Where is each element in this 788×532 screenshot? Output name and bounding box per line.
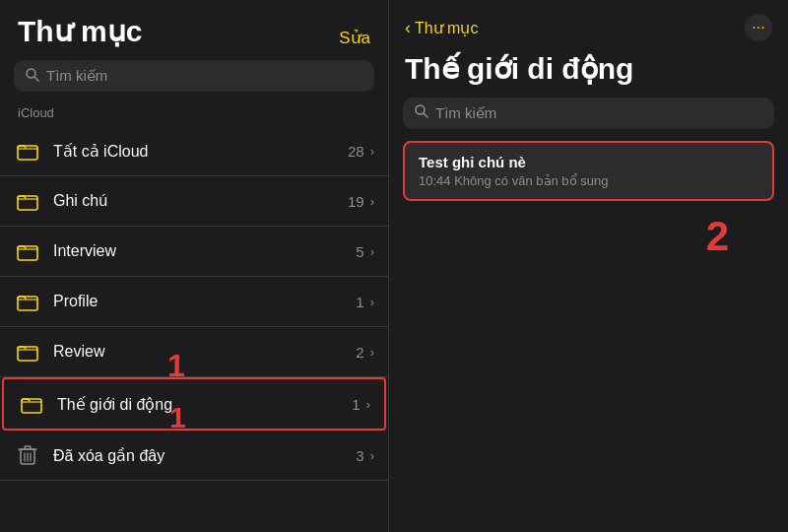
folder-item-da-xoa[interactable]: Đã xóa gần đây 3 › <box>0 431 388 481</box>
folder-item-review[interactable]: Review 2 › 1 <box>0 327 388 377</box>
chevron-icon: › <box>370 194 374 209</box>
chevron-icon: › <box>370 144 374 159</box>
note-card[interactable]: Test ghi chú nè 10:44 Không có văn bản b… <box>403 141 774 201</box>
folder-name: Tất cả iCloud <box>53 142 348 161</box>
back-label: Thư mục <box>415 19 478 37</box>
folder-count: 3 <box>356 447 363 464</box>
chevron-icon: › <box>370 345 374 360</box>
folder-item-interview[interactable]: Interview 5 › <box>0 227 388 277</box>
folder-item-tat-ca[interactable]: Tất cả iCloud 28 › <box>0 126 388 176</box>
left-title: Thư mục <box>18 14 142 48</box>
folder-icon <box>14 288 41 315</box>
search-icon <box>26 68 39 85</box>
right-header: ‹ Thư mục ··· <box>389 0 788 47</box>
folder-name: Thế giới di động <box>57 395 352 414</box>
more-button[interactable]: ··· <box>745 14 772 41</box>
folder-list: Tất cả iCloud 28 › Ghi chú 19 › Intervie… <box>0 126 388 532</box>
right-title: Thế giới di động <box>389 47 788 94</box>
folder-icon <box>18 390 45 418</box>
folder-count: 5 <box>356 243 363 260</box>
note-subtitle: Không có văn bản bổ sung <box>454 173 608 188</box>
search-icon <box>415 104 428 122</box>
folder-icon <box>14 237 41 265</box>
folder-item-ghi-chu[interactable]: Ghi chú 19 › <box>0 176 388 227</box>
folder-name: Review <box>53 343 356 361</box>
folder-icon <box>14 187 41 215</box>
folder-icon <box>14 137 41 165</box>
folder-name: Đã xóa gần đây <box>53 446 356 465</box>
folder-count: 1 <box>352 396 360 413</box>
svg-line-1 <box>34 77 38 81</box>
svg-rect-2 <box>18 146 37 160</box>
folder-name: Profile <box>53 293 356 310</box>
chevron-icon: › <box>366 397 370 412</box>
chevron-icon: › <box>370 244 374 259</box>
chevron-icon: › <box>370 448 374 463</box>
left-panel: Thư mục Sửa Tìm kiếm iCloud Tất cả iClou… <box>0 0 389 532</box>
chevron-left-icon: ‹ <box>405 18 411 38</box>
right-search-placeholder: Tìm kiếm <box>435 104 496 122</box>
left-header: Thư mục Sửa <box>0 0 388 56</box>
right-panel: ‹ Thư mục ··· Thế giới di động Tìm kiếm … <box>389 0 788 532</box>
folder-item-profile[interactable]: Profile 1 › <box>0 277 388 327</box>
left-search-placeholder: Tìm kiếm <box>46 67 107 85</box>
folder-count: 28 <box>348 143 364 160</box>
annotation-2: 2 <box>389 201 788 260</box>
note-time: 10:44 <box>419 173 451 188</box>
svg-rect-7 <box>22 399 41 413</box>
ellipsis-icon: ··· <box>752 19 764 36</box>
svg-rect-3 <box>18 196 37 210</box>
svg-rect-5 <box>18 297 37 310</box>
left-search-bar[interactable]: Tìm kiếm <box>14 60 374 92</box>
note-meta: 10:44 Không có văn bản bổ sung <box>419 173 758 188</box>
folder-item-the-gioi-di-dong[interactable]: Thế giới di động 1 › 1 <box>2 377 386 431</box>
folder-icon <box>14 338 41 366</box>
chevron-icon: › <box>370 295 374 309</box>
back-button[interactable]: ‹ Thư mục <box>405 18 478 38</box>
folder-count: 1 <box>356 294 363 310</box>
folder-name: Ghi chú <box>53 192 348 210</box>
svg-rect-4 <box>18 246 37 260</box>
folder-name: Interview <box>53 242 356 260</box>
folder-count: 19 <box>348 193 364 210</box>
right-search-bar[interactable]: Tìm kiếm <box>403 98 774 129</box>
note-title: Test ghi chú nè <box>419 154 758 170</box>
section-label: iCloud <box>0 101 388 126</box>
edit-button[interactable]: Sửa <box>339 28 370 48</box>
folder-count: 2 <box>356 344 363 361</box>
svg-rect-6 <box>18 347 37 361</box>
svg-line-14 <box>424 113 427 117</box>
trash-icon <box>14 441 41 469</box>
